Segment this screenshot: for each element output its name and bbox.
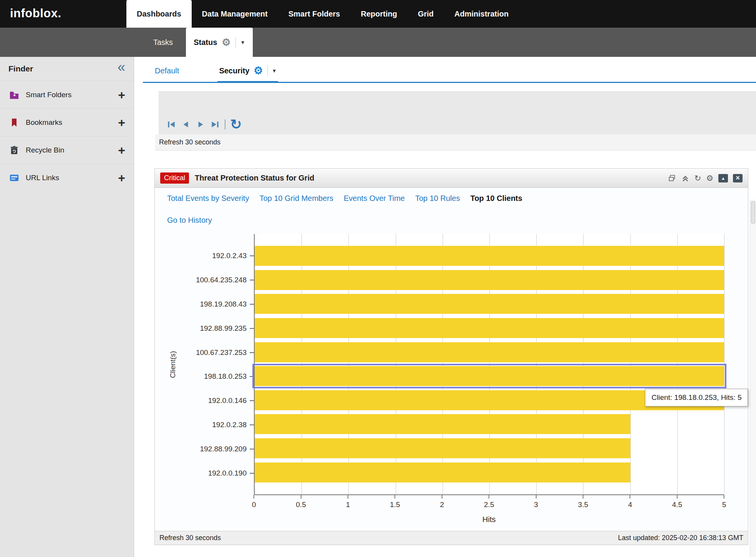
widget-header-icons: ↻ ⚙ ▲ × — [668, 174, 743, 182]
x-tick: 1 — [346, 495, 350, 509]
divider — [225, 119, 225, 129]
content-area: Finder « * Smart Folders + Bookmarks + — [0, 57, 756, 557]
y-tick-mark — [250, 304, 254, 305]
sidebar-item-label: Smart Folders — [26, 91, 118, 99]
bar-row — [255, 268, 724, 292]
gear-icon[interactable]: ⚙ — [706, 174, 713, 182]
y-tick-mark — [250, 473, 254, 474]
cascade-windows-icon[interactable] — [668, 174, 676, 182]
refresh-icon[interactable]: ↻ — [230, 118, 242, 131]
finder-header: Finder « — [0, 57, 134, 81]
sidebar-item-url-links[interactable]: URL Links + — [0, 164, 134, 191]
x-tick: 0.5 — [296, 495, 306, 509]
sidebar-item-recycle-bin[interactable]: Recycle Bin + — [0, 136, 134, 164]
scrollbar-thumb[interactable] — [751, 201, 755, 224]
bar-100.67.237.253[interactable] — [255, 342, 724, 362]
y-axis-category-label: 192.0.2.43 — [179, 244, 254, 268]
refresh-interval-text: Refresh 30 seconds — [155, 134, 756, 151]
sidebar-item-bookmarks[interactable]: Bookmarks + — [0, 108, 134, 136]
y-axis-category-label: 192.88.99.209 — [179, 437, 254, 461]
nav-item-data-management[interactable]: Data Management — [192, 0, 278, 28]
x-axis-title: Hits — [254, 514, 724, 531]
bar-row — [255, 436, 724, 461]
y-axis-category-label: 192.0.0.146 — [179, 389, 254, 413]
threat-protection-widget: Critical Threat Protection Status for Gr… — [154, 168, 748, 545]
tab-top-10-clients[interactable]: Top 10 Clients — [470, 194, 522, 203]
sidebar-item-smart-folders[interactable]: * Smart Folders + — [0, 81, 134, 108]
sidebar-item-label: Recycle Bin — [26, 146, 118, 154]
bar-192.0.2.38[interactable] — [255, 414, 630, 434]
bar-192.88.99.235[interactable] — [255, 318, 724, 338]
widget-header[interactable]: Critical Threat Protection Status for Gr… — [155, 169, 748, 188]
divider — [267, 65, 268, 76]
previous-page-button[interactable] — [181, 119, 191, 129]
status-badge: Critical — [160, 172, 189, 184]
bar-row — [255, 364, 724, 388]
y-tick-mark — [250, 400, 254, 401]
bar-198.18.0.253[interactable] — [255, 366, 724, 386]
tab-events-over-time[interactable]: Events Over Time — [344, 194, 405, 203]
subnav-item-tasks[interactable]: Tasks — [146, 28, 181, 57]
last-page-button[interactable] — [210, 119, 220, 129]
bar-row — [255, 244, 724, 268]
refresh-icon[interactable]: ↻ — [695, 174, 701, 182]
app-screen: infoblox. Dashboards Data Management Sma… — [0, 0, 756, 557]
add-recycle-bin-button[interactable]: + — [118, 144, 125, 156]
gear-icon[interactable]: ⚙ — [222, 37, 230, 47]
smart-folders-icon: * — [8, 89, 20, 101]
tab-top-10-grid-members[interactable]: Top 10 Grid Members — [259, 194, 333, 203]
collapse-sidebar-icon[interactable]: « — [118, 62, 125, 73]
chart-tooltip: Client: 198.18.0.253, Hits: 5 — [645, 389, 748, 406]
nav-item-smart-folders[interactable]: Smart Folders — [278, 0, 350, 28]
bar-198.19.208.43[interactable] — [255, 294, 724, 314]
widget-title: Threat Protection Status for Grid — [195, 174, 314, 182]
close-widget-icon[interactable]: × — [733, 174, 743, 182]
top-nav: Dashboards Data Management Smart Folders… — [126, 0, 519, 28]
chevron-down-icon[interactable]: ▼ — [240, 40, 245, 45]
y-axis-labels: 192.0.2.43100.64.235.248198.19.208.43192… — [179, 234, 254, 495]
x-tick: 2 — [440, 495, 444, 509]
bar-100.64.235.248[interactable] — [255, 270, 724, 290]
bar-row — [255, 412, 724, 436]
nav-item-dashboards[interactable]: Dashboards — [126, 0, 192, 28]
collapse-widget-icon[interactable]: ▲ — [718, 174, 728, 182]
nav-item-reporting[interactable]: Reporting — [350, 0, 407, 28]
tab-total-events-by-severity[interactable]: Total Events by Severity — [167, 194, 249, 203]
add-bookmark-button[interactable]: + — [118, 116, 125, 129]
y-axis-category-label: 198.18.0.253 — [179, 365, 254, 389]
nav-item-grid[interactable]: Grid — [408, 0, 444, 28]
bar-row — [255, 292, 724, 316]
y-tick-mark — [250, 328, 254, 329]
y-axis-category-label: 100.67.237.253 — [179, 340, 254, 365]
chevron-down-icon[interactable]: ▼ — [272, 68, 277, 74]
go-to-history-link[interactable]: Go to History — [167, 216, 212, 225]
subnav-tab-status[interactable]: Status ⚙ ▼ — [186, 28, 253, 57]
tab-top-10-rules[interactable]: Top 10 Rules — [415, 194, 460, 203]
last-updated-text: Last updated: 2025-02-20 16:38:13 GMT — [618, 534, 743, 542]
add-smart-folder-button[interactable]: + — [118, 89, 125, 101]
x-tick: 4.5 — [672, 495, 682, 509]
bar-192.0.2.43[interactable] — [255, 246, 724, 266]
y-axis-title: Client(s) — [166, 234, 179, 495]
next-page-button[interactable] — [196, 119, 206, 129]
tab-default[interactable]: Default — [153, 66, 181, 82]
pager-controls: ↻ — [166, 118, 242, 131]
tab-security-label: Security — [219, 66, 249, 75]
add-url-link-button[interactable]: + — [118, 172, 125, 184]
vertical-scrollbar[interactable] — [750, 200, 756, 557]
sidebar-item-label: URL Links — [26, 174, 118, 182]
recycle-bin-icon — [8, 144, 20, 156]
y-tick-mark — [250, 280, 254, 280]
first-page-button[interactable] — [166, 119, 176, 129]
nav-item-administration[interactable]: Administration — [444, 0, 519, 28]
infoblox-logo: infoblox. — [0, 0, 126, 28]
bar-192.0.0.190[interactable] — [255, 463, 630, 482]
x-tick: 5 — [722, 495, 726, 509]
gear-icon[interactable]: ⚙ — [254, 66, 263, 76]
tab-security[interactable]: Security ⚙ ▼ — [217, 65, 278, 83]
bar-row — [255, 460, 724, 484]
y-tick-mark — [250, 449, 254, 449]
collapse-all-icon[interactable] — [681, 174, 690, 182]
bar-192.88.99.209[interactable] — [255, 438, 630, 458]
divider — [235, 37, 236, 48]
